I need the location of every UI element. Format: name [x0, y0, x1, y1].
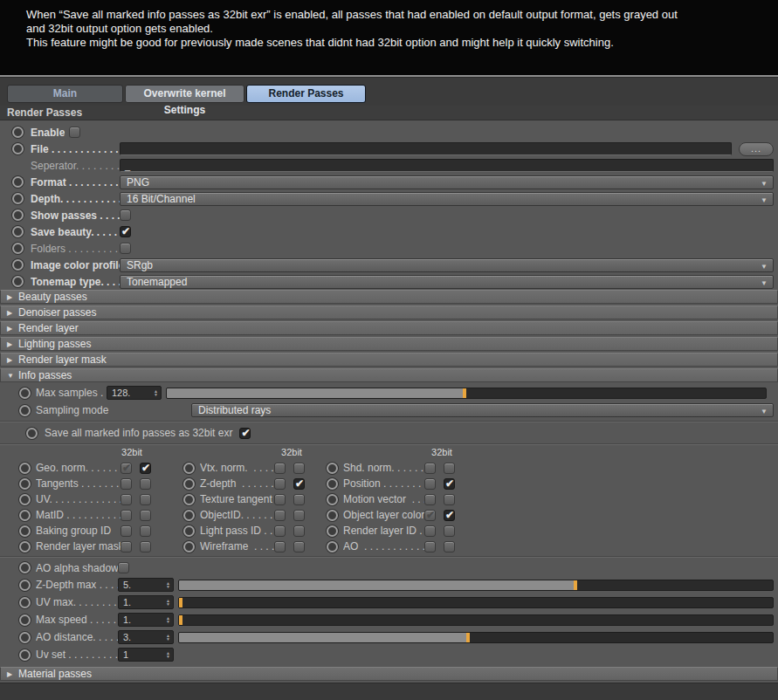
- pass-default-checkbox[interactable]: [424, 463, 436, 474]
- uv-max-slider[interactable]: [178, 597, 774, 608]
- parameter-radio[interactable]: [12, 193, 24, 204]
- parameter-radio[interactable]: [183, 525, 195, 537]
- parameter-radio[interactable]: [19, 478, 31, 490]
- parameter-radio[interactable]: [327, 510, 338, 521]
- pass-default-checkbox[interactable]: [424, 478, 436, 490]
- parameter-radio[interactable]: [183, 463, 195, 474]
- pass-default-checkbox[interactable]: [424, 494, 436, 505]
- group-header-denoiser-passes[interactable]: ▶ Denoiser passes: [0, 305, 778, 319]
- stepper-arrows-icon[interactable]: [166, 634, 170, 641]
- pass-default-checkbox[interactable]: [120, 478, 132, 490]
- sampling-mode-dropdown[interactable]: Distributed rays: [191, 403, 774, 417]
- parameter-radio[interactable]: [19, 463, 31, 474]
- pass-32bit-checkbox[interactable]: [444, 463, 455, 474]
- format-dropdown[interactable]: PNG: [120, 175, 774, 189]
- ao-distance-slider[interactable]: [178, 632, 774, 643]
- pass-32bit-checkbox[interactable]: [140, 463, 151, 474]
- parameter-radio[interactable]: [19, 562, 31, 573]
- uv-max-stepper[interactable]: 1.: [118, 595, 174, 609]
- parameter-radio[interactable]: [327, 541, 338, 552]
- collapse-arrow-icon[interactable]: ▶: [7, 356, 18, 364]
- group-header-info-passes[interactable]: ▼ Info passes: [0, 368, 778, 382]
- z-depth-max-slider[interactable]: [178, 580, 774, 591]
- tonemap-type-dropdown[interactable]: Tonemapped: [120, 275, 774, 289]
- save-beauty-checkbox[interactable]: [120, 226, 131, 237]
- parameter-radio[interactable]: [19, 614, 31, 626]
- pass-default-checkbox[interactable]: [274, 463, 286, 474]
- seperator-input[interactable]: _: [120, 159, 774, 172]
- parameter-radio[interactable]: [327, 478, 338, 490]
- image-color-profile-dropdown[interactable]: SRgb: [120, 258, 774, 272]
- pass-32bit-checkbox[interactable]: [444, 525, 455, 537]
- pass-default-checkbox[interactable]: [424, 510, 436, 521]
- pass-default-checkbox[interactable]: [424, 525, 436, 537]
- pass-32bit-checkbox[interactable]: [444, 541, 455, 552]
- group-header-render-layer[interactable]: ▶ Render layer: [0, 321, 778, 335]
- stepper-arrows-icon[interactable]: [166, 581, 170, 588]
- parameter-radio[interactable]: [183, 510, 195, 521]
- pass-default-checkbox[interactable]: [120, 494, 132, 505]
- pass-default-checkbox[interactable]: [120, 541, 132, 552]
- parameter-radio[interactable]: [19, 388, 31, 399]
- group-header-lighting-passes[interactable]: ▶ Lighting passes: [0, 337, 778, 351]
- parameter-radio[interactable]: [183, 541, 195, 552]
- collapse-arrow-icon[interactable]: ▶: [7, 309, 18, 317]
- pass-32bit-checkbox[interactable]: [293, 494, 305, 505]
- pass-32bit-checkbox[interactable]: [140, 478, 151, 490]
- pass-32bit-checkbox[interactable]: [444, 494, 455, 505]
- parameter-radio[interactable]: [327, 525, 338, 537]
- tab-overwrite-kernel-settings[interactable]: Overwrite kernel Settings: [125, 85, 244, 103]
- folders-checkbox[interactable]: [120, 243, 131, 254]
- pass-32bit-checkbox[interactable]: [293, 463, 305, 474]
- parameter-radio[interactable]: [12, 143, 24, 154]
- pass-32bit-checkbox[interactable]: [444, 510, 455, 521]
- stepper-arrows-icon[interactable]: [166, 616, 170, 623]
- parameter-radio[interactable]: [19, 525, 31, 537]
- parameter-radio[interactable]: [19, 494, 31, 505]
- collapse-arrow-icon[interactable]: ▶: [7, 325, 18, 333]
- pass-32bit-checkbox[interactable]: [140, 541, 151, 552]
- pass-default-checkbox[interactable]: [120, 463, 132, 474]
- parameter-radio[interactable]: [12, 243, 24, 254]
- stepper-arrows-icon[interactable]: [154, 389, 158, 396]
- pass-default-checkbox[interactable]: [274, 494, 286, 505]
- pass-32bit-checkbox[interactable]: [293, 541, 305, 552]
- expand-arrow-icon[interactable]: ▼: [7, 372, 18, 380]
- group-header-render-layer-mask[interactable]: ▶ Render layer mask: [0, 353, 778, 367]
- max-speed-stepper[interactable]: 1.: [118, 613, 174, 627]
- pass-32bit-checkbox[interactable]: [293, 478, 305, 490]
- show-passes-checkbox[interactable]: [120, 209, 131, 221]
- max-speed-slider[interactable]: [178, 614, 774, 626]
- z-depth-max-stepper[interactable]: 5.: [118, 578, 174, 592]
- pass-default-checkbox[interactable]: [120, 525, 132, 537]
- group-header-beauty-passes[interactable]: ▶ Beauty passes: [0, 290, 778, 304]
- pass-32bit-checkbox[interactable]: [140, 510, 151, 521]
- parameter-radio[interactable]: [19, 541, 31, 552]
- ao-distance-stepper[interactable]: 3.: [118, 630, 174, 644]
- pass-32bit-checkbox[interactable]: [444, 478, 455, 490]
- pass-default-checkbox[interactable]: [274, 510, 286, 521]
- pass-default-checkbox[interactable]: [274, 525, 286, 537]
- collapse-arrow-icon[interactable]: ▶: [7, 293, 18, 301]
- parameter-radio[interactable]: [12, 209, 24, 221]
- parameter-radio[interactable]: [19, 510, 31, 521]
- parameter-radio[interactable]: [19, 405, 31, 416]
- pass-default-checkbox[interactable]: [274, 541, 286, 552]
- group-header-material-passes[interactable]: ▶ Material passes: [0, 667, 778, 681]
- parameter-radio[interactable]: [327, 463, 338, 474]
- tab-main[interactable]: Main: [7, 85, 123, 103]
- collapse-arrow-icon[interactable]: ▶: [7, 670, 18, 678]
- parameter-radio[interactable]: [327, 494, 338, 505]
- pass-default-checkbox[interactable]: [120, 510, 132, 521]
- pass-32bit-checkbox[interactable]: [140, 494, 151, 505]
- browse-button[interactable]: ...: [739, 142, 774, 156]
- enable-checkbox[interactable]: [69, 127, 80, 138]
- parameter-radio[interactable]: [12, 226, 24, 237]
- max-samples-slider[interactable]: [166, 388, 767, 399]
- stepper-arrows-icon[interactable]: [166, 599, 170, 606]
- parameter-radio[interactable]: [19, 597, 31, 608]
- depth-dropdown[interactable]: 16 Bit/Channel: [120, 192, 774, 206]
- parameter-radio[interactable]: [19, 632, 31, 643]
- stepper-arrows-icon[interactable]: [166, 651, 170, 658]
- parameter-radio[interactable]: [12, 259, 24, 271]
